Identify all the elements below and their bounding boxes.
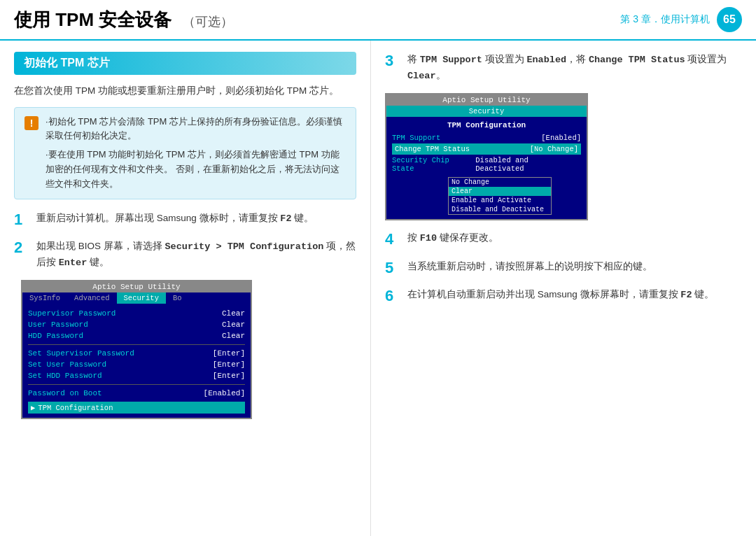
page-title: 使用 TPM 安全设备 （可选） <box>14 8 233 32</box>
bios1-row-set-hdd: Set HDD Password [Enter] <box>28 370 245 381</box>
bios-screenshot-1: Aptio Setup Utility SysInfo Advanced Sec… <box>21 280 252 419</box>
warning-bullet-1: ·初始化 TPM 芯片会清除 TPM 芯片上保持的所有身份验证信息。必须谨慎采取… <box>46 115 346 144</box>
bios1-row-hdd: HDD Password Clear <box>28 330 245 341</box>
bios1-content: Supervisor Password Clear User Password … <box>22 304 251 418</box>
bios1-tab-bo: Bo <box>166 292 189 304</box>
step-6-number: 6 <box>385 287 400 305</box>
step-1-text: 重新启动计算机。屏幕出现 Samsung 微标时，请重复按 F2 键。 <box>36 211 356 227</box>
bios1-row-set-supervisor: Set Supervisor Password [Enter] <box>28 348 245 359</box>
step-5-text: 当系统重新启动时，请按照屏幕上的说明按下相应的键。 <box>407 259 742 274</box>
bios2-content: TPM Configuration TPM Support [Enabled] … <box>386 117 587 219</box>
bios2-dropdown-clear: Clear <box>449 187 551 196</box>
step-2-number: 2 <box>14 239 29 257</box>
chapter-label: 第 3 章．使用计算机 <box>620 13 710 26</box>
bios1-row-user: User Password Clear <box>28 319 245 330</box>
step-5-number: 5 <box>385 259 400 277</box>
step-4-text: 按 F10 键保存更改。 <box>407 230 742 246</box>
header-right: 第 3 章．使用计算机 65 <box>620 7 742 32</box>
bios1-row-set-user: Set User Password [Enter] <box>28 359 245 370</box>
bios2-title: Aptio Setup Utility <box>386 94 587 106</box>
bios-screenshot-2: Aptio Setup Utility Security TPM Configu… <box>385 93 588 220</box>
title-cn: 使用 TPM 安全设备 <box>14 9 172 30</box>
bios2-row-tpm-support: TPM Support [Enabled] <box>392 132 581 143</box>
right-column: 3 将 TPM Support 项设置为 Enabled，将 Change TP… <box>371 41 756 536</box>
bios1-tabs: SysInfo Advanced Security Bo <box>22 292 251 304</box>
bios1-divider-1 <box>28 344 245 345</box>
step-2: 2 如果出现 BIOS 屏幕，请选择 Security > TPM Config… <box>14 239 356 270</box>
page-badge: 65 <box>717 7 742 32</box>
step-4: 4 按 F10 键保存更改。 <box>385 230 742 248</box>
bios2-dropdown: No Change Clear Enable and Activate Disa… <box>448 177 552 215</box>
warning-icon: ! <box>24 116 38 130</box>
bios1-divider-2 <box>28 384 245 385</box>
step-1: 1 重新启动计算机。屏幕出现 Samsung 微标时，请重复按 F2 键。 <box>14 211 356 229</box>
bios2-dropdown-enable: Enable and Activate <box>449 196 551 205</box>
step-1-number: 1 <box>14 211 29 229</box>
bios1-tab-security: Security <box>117 292 166 304</box>
warning-bullet-2: ·要在使用 TPM 功能时初始化 TPM 芯片，则必须首先解密通过 TPM 功能… <box>46 148 346 191</box>
left-column: 初始化 TPM 芯片 在您首次使用 TPM 功能或想要重新注册用户时，则必须初始… <box>0 41 371 536</box>
bios2-row-security-chip: Security Chip State Disabled and Deactiv… <box>392 155 581 174</box>
step-3-text: 将 TPM Support 项设置为 Enabled，将 Change TPM … <box>407 52 742 83</box>
section-heading: 初始化 TPM 芯片 <box>14 52 356 75</box>
step-6: 6 在计算机自动重新启动并出现 Samsung 微标屏幕时，请重复按 F2 键。 <box>385 287 742 305</box>
step-3-number: 3 <box>385 52 400 70</box>
bios2-dropdown-disable: Disable and Deactivate <box>449 205 551 214</box>
bios1-tab-sysinfo: SysInfo <box>22 292 67 304</box>
bios1-tpm-config-bar: TPM Configuration <box>28 402 245 414</box>
title-optional: （可选） <box>183 15 233 29</box>
bios1-row-supervisor: Supervisor Password Clear <box>28 308 245 319</box>
page-header: 使用 TPM 安全设备 （可选） 第 3 章．使用计算机 65 <box>0 0 756 41</box>
warning-text: ·初始化 TPM 芯片会清除 TPM 芯片上保持的所有身份验证信息。必须谨慎采取… <box>46 115 346 192</box>
bios1-row-boot: Password on Boot [Enabled] <box>28 388 245 399</box>
step-3: 3 将 TPM Support 项设置为 Enabled，将 Change TP… <box>385 52 742 83</box>
step-5: 5 当系统重新启动时，请按照屏幕上的说明按下相应的键。 <box>385 259 742 277</box>
bios2-dropdown-no-change: No Change <box>449 178 551 187</box>
bios1-title: Aptio Setup Utility <box>22 281 251 292</box>
warning-box: ! ·初始化 TPM 芯片会清除 TPM 芯片上保持的所有身份验证信息。必须谨慎… <box>14 107 356 199</box>
bios2-row-change-tpm: Change TPM Status [No Change] <box>392 143 581 155</box>
bios1-tab-advanced: Advanced <box>67 292 116 304</box>
intro-text: 在您首次使用 TPM 功能或想要重新注册用户时，则必须初始化 TPM 芯片。 <box>14 83 356 99</box>
bios2-subtitle: Security <box>386 106 587 117</box>
step-2-text: 如果出现 BIOS 屏幕，请选择 Security > TPM Configur… <box>36 239 356 270</box>
bios2-section-title: TPM Configuration <box>392 121 581 129</box>
step-4-number: 4 <box>385 230 400 248</box>
main-content: 初始化 TPM 芯片 在您首次使用 TPM 功能或想要重新注册用户时，则必须初始… <box>0 41 756 536</box>
step-6-text: 在计算机自动重新启动并出现 Samsung 微标屏幕时，请重复按 F2 键。 <box>407 287 742 303</box>
